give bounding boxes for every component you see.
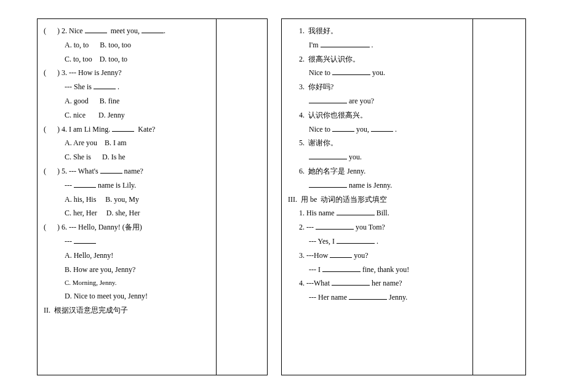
q6-optD: D. Nice to meet you, Jenny! — [44, 289, 212, 303]
q5-opts-ab: A. his, His B. you, My — [44, 193, 212, 207]
s3-zh: 3. 你好吗? — [288, 80, 469, 94]
s1-zh: 1. 我很好。 — [288, 24, 469, 38]
q4-opts-ab: A. Are you B. I am — [44, 136, 212, 150]
right-side-col — [472, 19, 525, 375]
left-content: ( ) 2. Nice meet you, . A. to, to B. too… — [38, 19, 216, 375]
q5-stem: ( ) 5. --- What's name? — [44, 164, 212, 178]
q2-opts-cd: C. to, too D. too, to — [44, 52, 212, 66]
b4-q: 4. ---What her name? — [288, 276, 469, 290]
left-panel: ( ) 2. Nice meet you, . A. to, to B. too… — [37, 18, 268, 375]
q6-optB: B. How are you, Jenny? — [44, 263, 212, 277]
q2-stem: ( ) 2. Nice meet you, . — [44, 24, 212, 38]
q2-opts-ab: A. to, to B. too, too — [44, 38, 212, 52]
s4-zh: 4. 认识你也很高兴。 — [288, 108, 469, 122]
section-III-heading: III. 用 be 动词的适当形式填空 — [288, 193, 469, 207]
b3-q: 3. ---How you? — [288, 249, 469, 263]
q3-opts-ab: A. good B. fine — [44, 94, 212, 108]
q4-stem: ( ) 4. I am Li Ming. Kate? — [44, 122, 212, 137]
q6-resp: --- — [44, 234, 212, 249]
s6-zh: 6. 她的名字是 Jenny. — [288, 164, 469, 178]
s2-en: Nice to you. — [288, 66, 469, 80]
s5-en: you. — [288, 150, 469, 164]
left-side-col — [216, 19, 267, 375]
b4-a: --- Her name Jenny. — [288, 290, 469, 305]
right-panel: 1. 我很好。 I'm . 2. 很高兴认识你。 Nice to you. 3.… — [281, 18, 526, 375]
q4-opts-cd: C. She is D. Is he — [44, 150, 212, 164]
b2-a: --- Yes, I . — [288, 234, 469, 249]
q5-opts-cd: C. her, Her D. she, Her — [44, 206, 212, 220]
s5-zh: 5. 谢谢你。 — [288, 136, 469, 150]
right-content: 1. 我很好。 I'm . 2. 很高兴认识你。 Nice to you. 3.… — [282, 19, 472, 375]
page: ( ) 2. Nice meet you, . A. to, to B. too… — [0, 0, 566, 382]
q6-stem: ( ) 6. --- Hello, Danny! (备用) — [44, 220, 212, 234]
b3-a: --- I fine, thank you! — [288, 263, 469, 277]
q3-resp: --- She is . — [44, 80, 212, 94]
s6-en: name is Jenny. — [288, 178, 469, 193]
section-II-heading: II. 根据汉语意思完成句子 — [44, 303, 212, 318]
s1-en: I'm . — [288, 38, 469, 52]
b2-q: 2. --- you Tom? — [288, 220, 469, 234]
q3-stem: ( ) 3. --- How is Jenny? — [44, 66, 212, 80]
q3-opts-cd: C. nice D. Jenny — [44, 108, 212, 122]
s3-en: are you? — [288, 94, 469, 108]
s4-en: Nice to you, . — [288, 122, 469, 137]
q6-optC: C. Morning, Jenny. — [44, 276, 212, 289]
s2-zh: 2. 很高兴认识你。 — [288, 52, 469, 66]
q5-resp: --- name is Lily. — [44, 178, 212, 193]
q6-optA: A. Hello, Jenny! — [44, 249, 212, 263]
b1: 1. His name Bill. — [288, 206, 469, 220]
